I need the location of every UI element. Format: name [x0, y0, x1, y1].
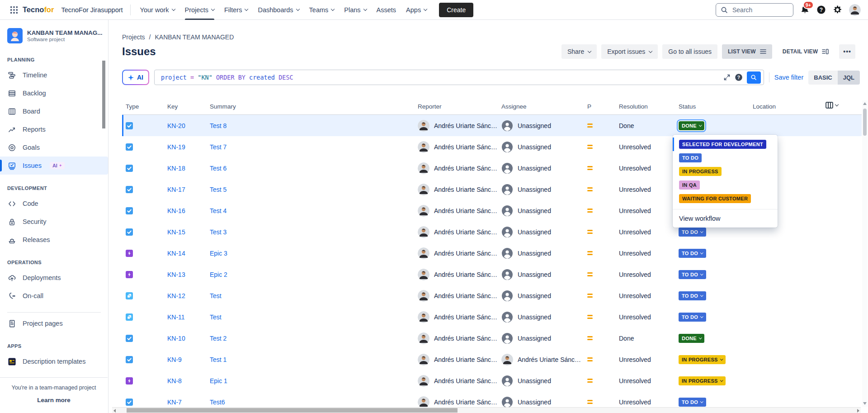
reporter-cell[interactable]: Andrés Uriarte Sánchez — [414, 141, 498, 153]
issue-summary-link[interactable]: Test 1 — [210, 356, 226, 363]
assignee-cell[interactable]: Unassigned — [498, 184, 584, 195]
assignee-cell[interactable]: Unassigned — [498, 141, 584, 153]
more-actions-button[interactable]: ••• — [839, 44, 855, 59]
nav-item-projects[interactable]: Projects — [180, 0, 219, 20]
assignee-cell[interactable]: Unassigned — [498, 396, 584, 408]
breadcrumb-project-link[interactable]: KANBAN TEAM MANAGED — [155, 33, 234, 41]
status-badge[interactable]: IN PROGRESS — [679, 355, 726, 364]
assignee-cell[interactable]: Unassigned — [498, 375, 584, 387]
sidebar-item-on-call[interactable]: On-call — [0, 287, 108, 305]
issue-key-link[interactable]: KN-20 — [167, 122, 185, 129]
scroll-left-arrow[interactable] — [113, 409, 116, 413]
issue-summary-link[interactable]: Epic 2 — [210, 271, 227, 278]
expand-icon[interactable] — [723, 74, 731, 81]
status-option-todo[interactable]: TO DO — [673, 151, 778, 165]
search-input[interactable] — [731, 6, 788, 14]
status-badge[interactable]: TO DO — [679, 228, 706, 237]
issue-key-link[interactable]: KN-15 — [167, 228, 185, 236]
view-workflow-action[interactable]: View workflow — [673, 209, 778, 228]
list-view-toggle[interactable]: LIST VIEW — [722, 44, 772, 59]
column-header-location[interactable]: Location — [749, 103, 862, 110]
vertical-scrollbar-thumb[interactable] — [863, 109, 867, 136]
priority-cell[interactable] — [584, 379, 615, 383]
reporter-cell[interactable]: Andrés Uriarte Sánchez — [414, 205, 498, 217]
assignee-cell[interactable]: Unassigned — [498, 332, 584, 344]
issue-key-link[interactable]: KN-19 — [167, 143, 185, 151]
issue-summary-link[interactable]: Test 3 — [210, 228, 226, 236]
reporter-cell[interactable]: Andrés Uriarte Sánchez — [414, 120, 498, 132]
sidebar-item-issues[interactable]: IssuesAI✦ — [0, 157, 108, 175]
issue-key-link[interactable]: KN-11 — [167, 313, 185, 321]
status-option-selected-for-development[interactable]: SELECTED FOR DEVELOPMENT — [673, 138, 778, 151]
issue-summary-link[interactable]: Test 6 — [210, 165, 226, 172]
issue-key-link[interactable]: KN-14 — [167, 250, 185, 257]
nav-item-filters[interactable]: Filters — [219, 0, 253, 20]
status-badge[interactable]: TO DO — [679, 313, 706, 322]
nav-item-apps[interactable]: Apps — [401, 0, 432, 20]
configure-columns-button[interactable] — [826, 102, 838, 109]
horizontal-scrollbar[interactable] — [112, 407, 861, 413]
user-avatar[interactable] — [849, 4, 861, 16]
table-row[interactable]: KN-10Test 2Andrés Uriarte SánchezUnassig… — [122, 328, 862, 349]
nav-item-assets[interactable]: Assets — [372, 0, 401, 20]
create-button[interactable]: Create — [439, 3, 473, 17]
priority-cell[interactable] — [584, 166, 615, 170]
issue-key-link[interactable]: KN-18 — [167, 165, 185, 172]
sidebar-item-board[interactable]: Board — [0, 102, 108, 120]
priority-cell[interactable] — [584, 209, 615, 213]
sidebar-item-security[interactable]: Security — [0, 213, 108, 231]
jql-query-input[interactable]: project = "KN" ORDER BY created DESC ? — [154, 70, 764, 85]
table-row[interactable]: KN-8Epic 1Andrés Uriarte SánchezUnassign… — [122, 370, 862, 391]
go-to-all-issues-button[interactable]: Go to all issues — [662, 44, 717, 59]
project-header[interactable]: KANBAN TEAM MANAG... Software project — [0, 27, 108, 46]
reporter-cell[interactable]: Andrés Uriarte Sánchez — [414, 332, 498, 344]
assignee-cell[interactable]: Unassigned — [498, 120, 584, 132]
vertical-scrollbar[interactable] — [862, 100, 868, 407]
priority-cell[interactable] — [584, 315, 615, 319]
table-row[interactable]: KN-13Epic 2Andrés Uriarte SánchezUnassig… — [122, 264, 862, 285]
horizontal-scrollbar-thumb[interactable] — [127, 408, 458, 413]
basic-toggle[interactable]: BASIC — [808, 71, 837, 85]
save-filter-link[interactable]: Save filter — [774, 74, 803, 81]
sidebar-item-releases[interactable]: Releases — [0, 231, 108, 249]
assignee-cell[interactable]: Andrés Uriarte Sánchez — [498, 354, 584, 366]
sidebar-item-description-templates[interactable]: Description templates — [0, 352, 108, 370]
reporter-cell[interactable]: Andrés Uriarte Sánchez — [414, 184, 498, 195]
status-option-in-qa[interactable]: IN QA — [673, 178, 778, 192]
status-badge[interactable]: TO DO — [679, 398, 706, 407]
issue-key-link[interactable]: KN-7 — [167, 399, 182, 406]
reporter-cell[interactable]: Andrés Uriarte Sánchez — [414, 396, 498, 408]
column-header-p[interactable]: P — [584, 103, 615, 110]
reporter-cell[interactable]: Andrés Uriarte Sánchez — [414, 290, 498, 302]
sidebar-item-backlog[interactable]: Backlog — [0, 84, 108, 102]
priority-cell[interactable] — [584, 400, 615, 404]
assignee-cell[interactable]: Unassigned — [498, 162, 584, 174]
status-option-waiting-for-customer[interactable]: WAITING FOR CUSTOMER — [673, 192, 778, 205]
status-option-in-progress[interactable]: IN PROGRESS — [673, 165, 778, 178]
help-button[interactable]: ? — [816, 5, 826, 14]
scroll-down-arrow[interactable] — [863, 402, 867, 405]
column-header-summary[interactable]: Summary — [206, 103, 414, 110]
issue-key-link[interactable]: KN-10 — [167, 335, 185, 342]
breadcrumb-projects-link[interactable]: Projects — [122, 33, 145, 41]
priority-cell[interactable] — [584, 251, 615, 255]
scroll-up-arrow[interactable] — [863, 102, 867, 105]
syntax-help-icon[interactable]: ? — [735, 73, 743, 81]
issue-summary-link[interactable]: Test 2 — [210, 335, 226, 342]
jql-toggle[interactable]: JQL — [838, 71, 860, 85]
sidebar-item-timeline[interactable]: Timeline — [0, 66, 108, 84]
issue-key-link[interactable]: KN-17 — [167, 186, 185, 193]
reporter-cell[interactable]: Andrés Uriarte Sánchez — [414, 162, 498, 174]
assignee-cell[interactable]: Unassigned — [498, 226, 584, 238]
assignee-cell[interactable]: Unassigned — [498, 205, 584, 217]
app-switcher-icon[interactable] — [7, 3, 21, 17]
share-button[interactable]: Share — [561, 44, 597, 59]
issue-summary-link[interactable]: Epic 3 — [210, 250, 227, 257]
issue-summary-link[interactable]: Epic 1 — [210, 377, 227, 385]
priority-cell[interactable] — [584, 230, 615, 234]
assignee-cell[interactable]: Unassigned — [498, 290, 584, 302]
detail-view-toggle[interactable]: DETAIL VIEW — [777, 44, 835, 59]
export-issues-button[interactable]: Export issues — [601, 44, 658, 59]
settings-button[interactable] — [833, 5, 842, 14]
column-header-reporter[interactable]: Reporter — [414, 103, 498, 110]
